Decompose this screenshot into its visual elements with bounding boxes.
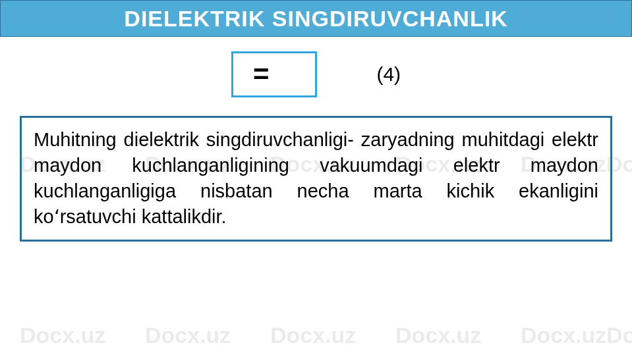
definition-box: Muhitning dielektrik singdiruvchanligi- … bbox=[20, 116, 612, 242]
page-header: DIELEKTRIK SINGDIRUVCHANLIK bbox=[0, 0, 632, 37]
page-title: DIELEKTRIK SINGDIRUVCHANLIK bbox=[124, 6, 507, 32]
formula-row: = (4) bbox=[0, 51, 632, 97]
formula-expression: = bbox=[253, 59, 270, 90]
definition-text: Muhitning dielektrik singdiruvchanligi- … bbox=[34, 129, 598, 227]
formula-box: = bbox=[231, 51, 318, 97]
formula-label: (4) bbox=[376, 63, 401, 86]
